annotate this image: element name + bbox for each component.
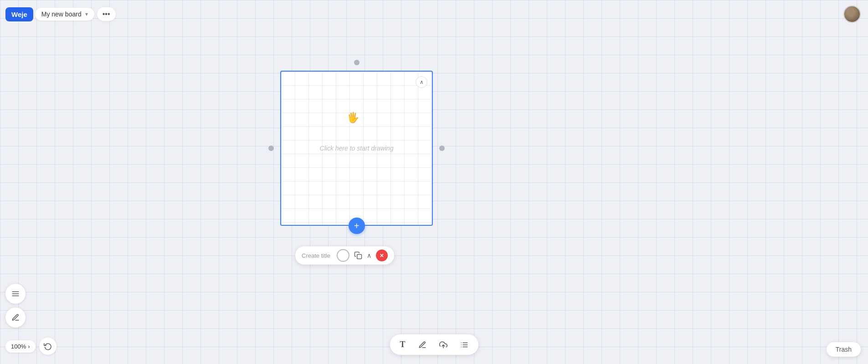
zoom-button[interactable]: 100% › [5, 340, 36, 353]
zoom-value: 100% [11, 343, 26, 350]
canvas-background [0, 0, 868, 364]
title-toolbar: Create title ∧ × [295, 246, 394, 265]
resize-handle-left[interactable] [268, 146, 274, 151]
resize-handle-top[interactable] [354, 60, 360, 65]
board-title: My new board [41, 10, 82, 18]
draw-tool-button[interactable] [416, 339, 428, 351]
text-icon: T [400, 340, 405, 349]
resize-handle-right[interactable] [439, 146, 445, 151]
more-menu-button[interactable]: ••• [97, 7, 116, 21]
left-toolbar [5, 284, 26, 328]
text-tool-button[interactable]: T [398, 338, 407, 351]
upload-tool-button[interactable] [437, 339, 449, 351]
menu-tool-button[interactable] [5, 284, 26, 304]
undo-button[interactable] [39, 338, 56, 355]
avatar[interactable] [843, 5, 861, 23]
zoom-area: 100% › [5, 338, 56, 355]
board-title-area: My new board ▾ [35, 8, 94, 21]
title-collapse-button[interactable]: ∧ [367, 252, 371, 259]
bottom-toolbar: T [390, 334, 478, 355]
title-duplicate-button[interactable] [354, 251, 362, 260]
pen-icon [11, 313, 20, 322]
trash-button[interactable]: Trash [827, 342, 861, 357]
title-color-picker-button[interactable] [337, 249, 349, 262]
list-tool-button[interactable] [458, 339, 470, 351]
create-title-label: Create title [302, 252, 330, 259]
list-icon [460, 341, 468, 349]
duplicate-icon [354, 251, 362, 260]
title-close-button[interactable]: × [376, 250, 388, 261]
pencil-icon [418, 341, 426, 349]
add-section-button[interactable]: + [349, 218, 365, 234]
cursor-hand-icon: 🖐 [347, 112, 359, 124]
menu-icon [11, 290, 20, 298]
board-title-chevron-icon[interactable]: ▾ [85, 11, 88, 17]
card-collapse-button[interactable]: ∧ [416, 76, 427, 88]
topbar: Weje My new board ▾ ••• [0, 0, 868, 28]
pen-tool-button[interactable] [5, 307, 26, 328]
undo-icon [44, 342, 52, 350]
zoom-chevron-icon: › [28, 343, 30, 350]
drawing-card[interactable]: ∧ 🖐 Click here to start drawing + [280, 71, 433, 226]
upload-icon [439, 341, 447, 349]
svg-rect-0 [357, 255, 362, 259]
logo-button[interactable]: Weje [5, 7, 33, 21]
drawing-placeholder: Click here to start drawing [320, 145, 394, 152]
